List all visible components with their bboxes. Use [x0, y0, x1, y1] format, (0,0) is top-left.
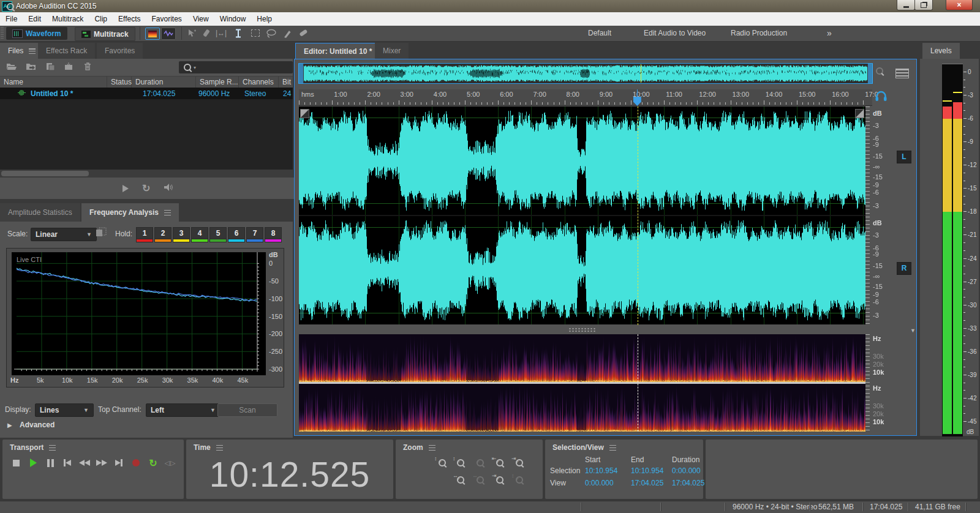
zoom-in-at-out-point-button[interactable]: ⇥+	[511, 455, 528, 470]
hold-button-2[interactable]: 2	[154, 227, 172, 242]
menu-multitrack[interactable]: Multitrack	[47, 12, 89, 26]
view-start-value[interactable]: 0:00.000	[585, 479, 614, 487]
menu-file[interactable]: File	[0, 12, 23, 26]
panel-menu-icon[interactable]	[609, 445, 616, 451]
tab-amplitude-statistics[interactable]: Amplitude Statistics	[0, 203, 80, 222]
panel-list-icon[interactable]	[895, 69, 909, 78]
search-dropdown-caret[interactable]: ▾	[194, 65, 196, 70]
waveform-left-channel[interactable]	[299, 107, 865, 215]
view-end-value[interactable]: 17:04.025	[631, 479, 663, 487]
advanced-expander-icon[interactable]: ▶	[7, 422, 12, 429]
copy-settings-icon[interactable]	[96, 227, 107, 239]
menu-clip[interactable]: Clip	[89, 12, 113, 26]
new-file-icon[interactable]	[45, 62, 55, 73]
stop-button[interactable]	[9, 457, 23, 469]
tab-mixer[interactable]: Mixer	[375, 43, 409, 59]
navigator-zoom-out-icon[interactable]	[876, 67, 883, 77]
hold-button-8[interactable]: 8	[265, 227, 282, 242]
lasso-selection-tool-icon[interactable]	[265, 28, 277, 39]
menu-view[interactable]: View	[187, 12, 214, 26]
advanced-label[interactable]: Advanced	[20, 421, 55, 429]
levels-panel[interactable]: 0-3-6-9-12-15-18-21-24-27-30-33-36-39-42…	[920, 59, 979, 436]
waveform-spectral-splitter[interactable]	[299, 325, 865, 334]
left-channel-badge[interactable]: L	[897, 151, 911, 163]
play-button[interactable]	[26, 457, 40, 469]
panel-menu-icon[interactable]	[49, 445, 56, 451]
zoom-out-amplitude-button[interactable]: ↕−	[452, 455, 469, 470]
selection-end-value[interactable]: 10:10.954	[631, 466, 663, 475]
selection-start-value[interactable]: 10:10.954	[585, 466, 617, 475]
scan-button[interactable]: Scan	[217, 403, 277, 417]
collapse-chevron-icon[interactable]: ▼	[910, 328, 916, 334]
spectral-display-icon[interactable]	[145, 28, 160, 40]
razor-tool-icon[interactable]	[200, 28, 213, 39]
spectrogram-right-channel[interactable]	[299, 384, 865, 432]
spectrogram-left-channel[interactable]	[299, 334, 865, 382]
import-file-icon[interactable]	[26, 62, 37, 72]
display-dropdown[interactable]: Lines▼	[35, 403, 94, 417]
panel-menu-icon[interactable]	[216, 445, 223, 451]
splitter-handle[interactable]	[568, 328, 597, 332]
menu-edit[interactable]: Edit	[23, 12, 47, 26]
column-name[interactable]: Name	[0, 77, 107, 88]
panel-menu-icon[interactable]	[164, 210, 171, 215]
zoom-in-at-in-point-button[interactable]: ⇤+	[491, 455, 508, 470]
paintbrush-tool-icon[interactable]	[281, 28, 293, 39]
column-sample-rate[interactable]: Sample R... ▲	[196, 77, 239, 88]
overview-left-handle[interactable]	[299, 64, 303, 83]
workspace-overflow-chevron[interactable]: »	[822, 27, 837, 40]
tab-frequency-analysis[interactable]: Frequency Analysis	[81, 203, 179, 222]
overview-waveform[interactable]	[304, 64, 867, 83]
zoom-to-right-edge-button[interactable]: ⇥+	[491, 473, 508, 487]
zoom-in-time-button[interactable]: ↔+	[452, 473, 469, 487]
column-duration[interactable]: Duration	[132, 77, 196, 88]
view-duration-value[interactable]: 17:04.025	[672, 479, 704, 487]
loop-playback-button[interactable]: ↻	[146, 457, 160, 469]
time-selection-tool-icon[interactable]	[232, 28, 244, 39]
files-search-input[interactable]: ▾	[179, 61, 293, 73]
hold-button-6[interactable]: 6	[228, 227, 245, 242]
loop-playback-icon[interactable]: ↻	[142, 182, 150, 194]
workspace-default-button[interactable]: Default	[583, 27, 616, 40]
files-horizontal-scrollbar[interactable]	[0, 170, 293, 178]
hold-button-1[interactable]: 1	[136, 227, 153, 242]
tab-favorites[interactable]: Favorites	[97, 43, 143, 59]
zoom-in-amplitude-button[interactable]: ↕+	[434, 455, 451, 470]
record-button[interactable]	[129, 457, 143, 469]
workspace-edit-audio-to-video-button[interactable]: Edit Audio to Video	[639, 27, 710, 40]
hold-button-4[interactable]: 4	[191, 227, 208, 242]
menu-window[interactable]: Window	[214, 12, 252, 26]
open-file-icon[interactable]	[6, 62, 17, 72]
selection-duration-value[interactable]: 0:00.000	[672, 466, 701, 475]
fast-forward-button[interactable]	[94, 457, 109, 469]
menu-effects[interactable]: Effects	[113, 12, 146, 26]
menu-help[interactable]: Help	[251, 12, 277, 26]
frequency-graph-plot[interactable]: Live CTI	[12, 252, 266, 375]
zoom-out-full-button[interactable]: −	[472, 455, 489, 470]
top-channel-dropdown[interactable]: Left▼	[146, 403, 221, 417]
current-time-display[interactable]: 10:12.525	[186, 454, 393, 495]
restore-button[interactable]	[914, 0, 933, 10]
delete-icon[interactable]	[83, 62, 92, 73]
zoom-out-time-button[interactable]: ↔−	[472, 473, 489, 487]
workspace-radio-production-button[interactable]: Radio Production	[726, 27, 792, 40]
skip-selection-button[interactable]: ◁▷	[163, 457, 178, 469]
pause-button[interactable]	[43, 457, 58, 469]
waveform-view-button[interactable]: Waveform	[6, 27, 67, 40]
waveform-corner-widget[interactable]	[855, 109, 864, 118]
tab-files[interactable]: Files	[0, 43, 43, 59]
skip-to-next-button[interactable]	[111, 457, 126, 469]
panel-menu-icon[interactable]	[429, 445, 435, 451]
menu-favorites[interactable]: Favorites	[146, 12, 187, 26]
skip-to-previous-button[interactable]	[60, 457, 75, 469]
column-status[interactable]: Status	[107, 77, 132, 88]
hold-button-7[interactable]: 7	[246, 227, 263, 242]
hold-button-5[interactable]: 5	[209, 227, 227, 242]
waveform-right-channel[interactable]	[299, 216, 865, 324]
scale-dropdown[interactable]: Linear▼	[31, 228, 97, 241]
playhead-line[interactable]	[638, 107, 638, 325]
minimize-button[interactable]	[897, 0, 915, 10]
waveform-display-icon[interactable]	[161, 28, 176, 40]
column-bit-depth[interactable]: Bit D	[279, 77, 293, 88]
waveform-corner-widget[interactable]	[300, 109, 309, 118]
